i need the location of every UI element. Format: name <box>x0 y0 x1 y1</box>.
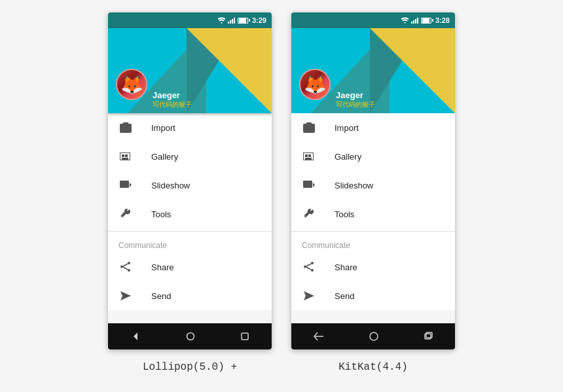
kitkat-profile-info: Jaeger 写代码的猴子 <box>336 90 375 109</box>
svg-marker-20 <box>313 183 315 187</box>
kitkat-tools-icon <box>302 207 316 221</box>
kitkat-tools-item[interactable]: Tools <box>291 200 455 228</box>
kitkat-label: KitKat(4.4) <box>338 361 408 373</box>
main-container: 3:29 Jaeger 写代码的猴子 <box>82 0 481 392</box>
kitkat-nav-bar <box>291 323 455 349</box>
slideshow-icon <box>118 178 133 192</box>
svg-line-9 <box>123 264 128 266</box>
svg-line-24 <box>306 264 311 266</box>
status-icons <box>217 17 248 24</box>
svg-marker-11 <box>120 291 131 300</box>
kitkat-send-icon <box>302 289 316 303</box>
svg-line-25 <box>306 267 311 270</box>
gallery-icon <box>118 149 133 164</box>
lollipop-home-button[interactable] <box>186 332 195 341</box>
kitkat-import-item[interactable]: Import <box>291 113 455 142</box>
svg-marker-26 <box>304 291 314 300</box>
lollipop-profile-subtitle: 写代码的猴子 <box>153 100 192 109</box>
lollipop-profile-info: Jaeger 写代码的猴子 <box>153 90 192 109</box>
kitkat-share-icon <box>302 260 316 274</box>
lollipop-phone: 3:29 Jaeger 写代码的猴子 <box>108 12 272 349</box>
kitkat-recent-button[interactable] <box>424 332 433 341</box>
kitkat-gallery-icon <box>302 149 316 164</box>
lollipop-label: Lollipop(5.0) + <box>143 361 237 373</box>
kitkat-signal-icon <box>411 17 419 24</box>
lollipop-gallery-item[interactable]: Gallery <box>108 142 272 171</box>
svg-point-6 <box>128 262 130 264</box>
lollipop-status-bar: 3:29 <box>108 12 272 28</box>
kitkat-subheader: Communicate <box>291 234 455 253</box>
kitkat-status-bar: 3:28 <box>291 12 455 28</box>
lollipop-avatar <box>116 69 147 100</box>
lollipop-tools-label: Tools <box>151 209 171 219</box>
svg-point-8 <box>120 266 123 268</box>
kitkat-avatar <box>299 69 331 100</box>
kitkat-slideshow-item[interactable]: Slideshow <box>291 171 455 200</box>
lollipop-profile-header: Jaeger 写代码的猴子 <box>108 28 272 113</box>
kitkat-battery-icon <box>421 18 431 24</box>
lollipop-share-item[interactable]: Share <box>108 253 272 281</box>
kitkat-send-item[interactable]: Send <box>291 281 455 310</box>
kitkat-back-button[interactable] <box>314 332 324 341</box>
lollipop-import-label: Import <box>151 123 175 133</box>
lollipop-send-item[interactable]: Send <box>108 281 272 310</box>
kitkat-tools-label: Tools <box>335 209 354 219</box>
svg-rect-16 <box>413 20 414 24</box>
lollipop-tools-item[interactable]: Tools <box>108 200 272 228</box>
svg-line-10 <box>123 267 128 270</box>
kitkat-profile-name: Jaeger <box>336 90 375 100</box>
kitkat-home-button[interactable] <box>369 332 378 341</box>
lollipop-slideshow-label: Slideshow <box>151 181 190 190</box>
signal-icon <box>228 17 236 24</box>
battery-icon <box>238 18 248 24</box>
bg-shape1 <box>187 28 272 113</box>
tools-icon <box>118 207 133 221</box>
lollipop-import-item[interactable]: Import <box>108 113 272 142</box>
lollipop-profile-name: Jaeger <box>153 90 192 100</box>
lollipop-recent-button[interactable] <box>241 332 249 340</box>
svg-marker-5 <box>130 183 132 187</box>
kitkat-profile-subtitle: 写代码的猴子 <box>336 100 375 109</box>
kitkat-gallery-item[interactable]: Gallery <box>291 142 455 171</box>
kitkat-wrapper: 3:28 Jaeger 写代码的猴子 <box>291 12 455 373</box>
kitkat-phone: 3:28 Jaeger 写代码的猴子 <box>291 12 455 349</box>
avatar-image <box>117 70 146 99</box>
svg-rect-14 <box>242 333 248 340</box>
lollipop-main-section: Import Gallery Slideshow <box>108 113 272 228</box>
svg-point-22 <box>311 269 314 272</box>
lollipop-gallery-label: Gallery <box>151 152 178 162</box>
kitkat-send-label: Send <box>335 291 354 301</box>
kitkat-bg-shape1 <box>370 28 455 113</box>
lollipop-divider <box>108 231 272 232</box>
kitkat-import-label: Import <box>335 123 359 133</box>
kitkat-drawer: Import Gallery Slideshow <box>291 113 455 323</box>
kitkat-main-section: Import Gallery Slideshow <box>291 113 455 228</box>
kitkat-divider <box>291 231 455 232</box>
kitkat-time: 3:28 <box>435 16 450 24</box>
svg-point-21 <box>311 262 314 264</box>
svg-rect-3 <box>234 18 235 24</box>
kitkat-share-item[interactable]: Share <box>291 253 455 281</box>
svg-rect-0 <box>228 22 229 24</box>
lollipop-nav-bar <box>108 323 272 349</box>
svg-rect-2 <box>232 19 233 24</box>
svg-rect-19 <box>303 181 312 188</box>
lollipop-drawer: Import Gallery Slideshow <box>108 113 272 323</box>
lollipop-subheader: Communicate <box>108 234 272 253</box>
share-icon <box>118 260 133 274</box>
lollipop-send-label: Send <box>151 291 171 301</box>
svg-point-23 <box>304 266 306 268</box>
lollipop-slideshow-item[interactable]: Slideshow <box>108 171 272 200</box>
svg-rect-1 <box>230 20 231 24</box>
camera-icon <box>118 120 133 135</box>
lollipop-wrapper: 3:29 Jaeger 写代码的猴子 <box>108 12 272 373</box>
svg-rect-15 <box>411 22 412 24</box>
lollipop-back-button[interactable] <box>131 332 140 341</box>
kitkat-slideshow-icon <box>302 178 316 192</box>
kitkat-gallery-label: Gallery <box>335 152 361 162</box>
svg-point-7 <box>128 269 130 272</box>
lollipop-time: 3:29 <box>252 16 266 24</box>
kitkat-sub-section: Share Send <box>291 253 455 310</box>
svg-rect-17 <box>415 19 416 24</box>
svg-marker-12 <box>134 332 137 340</box>
